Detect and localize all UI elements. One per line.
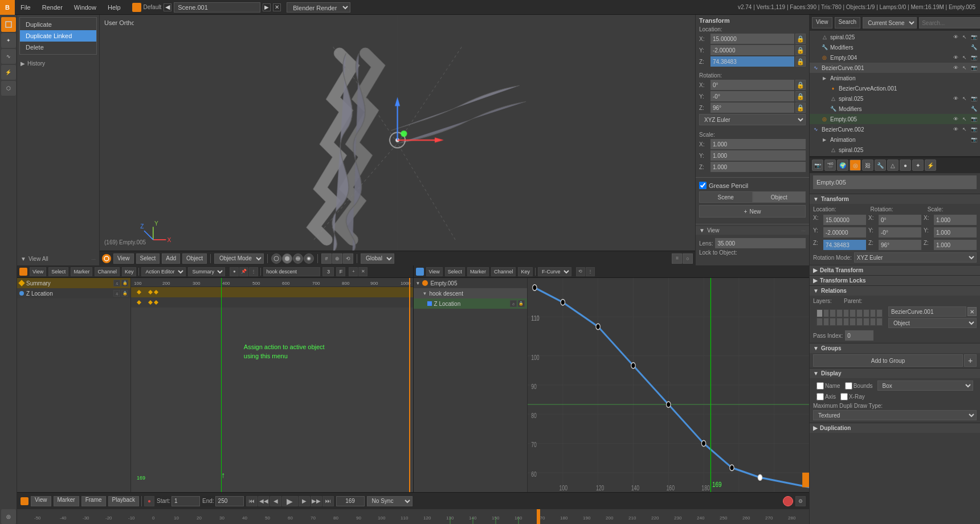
- tc-cursor-bezier002[interactable]: ↖: [961, 125, 969, 133]
- tl-jump-start-btn[interactable]: ⏮: [246, 496, 258, 506]
- loc-z-lock-btn[interactable]: 🔒: [795, 56, 806, 67]
- fcurve-marker-btn[interactable]: Marker: [467, 267, 489, 276]
- tl-settings-btn[interactable]: ⚙: [795, 496, 806, 506]
- layer-20[interactable]: [876, 318, 883, 326]
- prop-icon-object[interactable]: ◎: [850, 159, 861, 171]
- layer-16[interactable]: [850, 318, 856, 326]
- view-all[interactable]: ▼ View All ···: [17, 252, 99, 265]
- prop-icon-world[interactable]: 🌍: [837, 159, 848, 171]
- fcurve-graph-area[interactable]: 100 120 140 160 180 110 100 90 80 70: [528, 278, 810, 492]
- prop-icon-physics[interactable]: ⚡: [925, 159, 936, 171]
- vt-view-btn[interactable]: View: [113, 253, 134, 264]
- fcurve-select-btn[interactable]: Select: [445, 267, 465, 276]
- tc-eye-bezier002[interactable]: 👁: [952, 125, 959, 133]
- rp-loc-z-input[interactable]: [823, 240, 866, 250]
- dope-marker-btn[interactable]: Marker: [71, 267, 92, 276]
- vt-manip-btn[interactable]: ⟲: [343, 253, 353, 264]
- prop-icon-modifiers[interactable]: 🔧: [875, 159, 886, 171]
- tree-cursor-bezier001[interactable]: ↖: [961, 64, 969, 72]
- tc-render-bezier002[interactable]: 📷: [970, 125, 978, 133]
- scene-btn[interactable]: Scene: [699, 191, 753, 203]
- vt-axis-btn[interactable]: ⊕: [332, 253, 342, 264]
- prop-icon-particles[interactable]: ✦: [912, 159, 924, 171]
- summary-mute-btn[interactable]: ♫: [113, 280, 120, 286]
- axis-check-input[interactable]: [816, 393, 824, 400]
- layer-1[interactable]: [816, 309, 823, 317]
- rp-sc-y-input[interactable]: [934, 227, 977, 238]
- vt-mode-select[interactable]: Object Mode: [214, 253, 264, 264]
- layer-6[interactable]: [850, 309, 856, 317]
- tc-eye-spiral025-2[interactable]: 👁: [952, 95, 959, 103]
- tl-prev-key-btn[interactable]: ◀: [270, 496, 281, 506]
- parent-type-select[interactable]: Object: [888, 318, 977, 328]
- tc-cursor-spiral025-2[interactable]: ↖: [961, 95, 969, 103]
- tree-render-bezier001[interactable]: 📷: [970, 64, 978, 72]
- loc-x-lock-btn[interactable]: 🔒: [795, 34, 806, 44]
- tl-sync-select[interactable]: No Sync: [367, 496, 413, 506]
- fcurve-zloc-mute-btn[interactable]: ♫: [510, 300, 517, 307]
- bounds-check-input[interactable]: [845, 382, 852, 390]
- tc-wrench2[interactable]: 🔧: [970, 105, 978, 113]
- vt-add-btn[interactable]: Add: [162, 253, 180, 264]
- rp-display-title[interactable]: ▼ Display: [810, 368, 980, 378]
- tree-render-icon-1[interactable]: 📷: [970, 33, 978, 41]
- layer-14[interactable]: [836, 318, 843, 326]
- tl-rec-btn[interactable]: ●: [144, 496, 154, 506]
- view-section-title[interactable]: ▼ View ···: [696, 226, 809, 235]
- tree-item-bezieraction001[interactable]: ♦ BezierCurveAction.001: [810, 83, 980, 93]
- fcurve-editor-select[interactable]: F-Curve: [538, 267, 571, 276]
- scene-next-btn[interactable]: ▶: [263, 3, 271, 11]
- tl-next-key-btn[interactable]: ▶: [299, 496, 310, 506]
- tree-cursor-icon-e004[interactable]: ↖: [961, 54, 969, 62]
- tc-render-empty005[interactable]: 📷: [970, 115, 978, 123]
- vt-grid-btn[interactable]: #: [321, 253, 332, 264]
- layer-5[interactable]: [843, 309, 850, 317]
- rp-locks-title[interactable]: ▶ Transform Locks: [810, 275, 980, 285]
- tree-eye-bezier001[interactable]: 👁: [952, 64, 959, 72]
- vt-pivot-select[interactable]: Global: [361, 253, 394, 264]
- prop-icon-render[interactable]: 📷: [812, 159, 823, 171]
- rp-relations-title[interactable]: ▼ Relations: [810, 285, 980, 296]
- tl-play-btn[interactable]: ▶: [282, 496, 298, 506]
- vt-texture-btn[interactable]: [293, 253, 303, 264]
- lens-input[interactable]: [715, 238, 806, 248]
- rot-y-lock-btn[interactable]: 🔒: [795, 91, 806, 101]
- tree-item-bezier002[interactable]: ∿ BezierCurve.002 👁 ↖ 📷: [810, 124, 980, 134]
- dope-key-btn[interactable]: Key: [122, 267, 137, 276]
- name-check-input[interactable]: [816, 382, 824, 390]
- rp-scene-select[interactable]: Current Scene: [863, 17, 917, 28]
- layer-8[interactable]: [863, 309, 869, 317]
- sidebar-icon-bottom[interactable]: ◎: [1, 509, 16, 524]
- bounds-type-select[interactable]: Box: [877, 380, 973, 391]
- dope-frame-num-input[interactable]: [322, 267, 334, 276]
- layer-13[interactable]: [830, 318, 836, 326]
- sc-y-input[interactable]: [710, 150, 806, 161]
- tl-prev-frame-btn[interactable]: ◀◀: [258, 496, 270, 506]
- vt-solid-btn[interactable]: [282, 253, 292, 264]
- layer-9[interactable]: [870, 309, 876, 317]
- rp-rot-y-input[interactable]: [879, 227, 921, 238]
- rot-z-lock-btn[interactable]: 🔒: [795, 103, 806, 113]
- tc-eye-empty005[interactable]: 👁: [952, 115, 959, 123]
- menu-help[interactable]: Help: [102, 0, 126, 14]
- summary-lock-btn[interactable]: 🔒: [121, 280, 128, 286]
- scene-prev-btn[interactable]: ◀: [164, 3, 172, 11]
- zloc-mute-btn[interactable]: ♫: [113, 290, 120, 297]
- scene-name-input[interactable]: [174, 2, 260, 13]
- vt-snap-btn[interactable]: ⌗: [672, 253, 682, 264]
- fcurve-icon-btn1[interactable]: ⟲: [576, 267, 585, 276]
- prop-icon-material[interactable]: ●: [900, 159, 911, 171]
- rp-loc-y-input[interactable]: [823, 227, 866, 238]
- vt-wireframe-btn[interactable]: [271, 253, 281, 264]
- rp-view-btn[interactable]: View: [812, 17, 832, 28]
- dope-summary-select[interactable]: Summary: [188, 267, 225, 276]
- menu-window[interactable]: Window: [68, 0, 102, 14]
- tree-item-spiral025-3[interactable]: △ spiral.025: [810, 145, 980, 155]
- vt-object-btn[interactable]: Object: [182, 253, 207, 264]
- rot-x-input[interactable]: [710, 80, 794, 90]
- rp-loc-x-input[interactable]: [823, 215, 866, 225]
- menu-render[interactable]: Render: [36, 0, 68, 14]
- loc-z-input[interactable]: [710, 56, 794, 67]
- tl-end-input[interactable]: [215, 496, 244, 506]
- layer-15[interactable]: [843, 318, 850, 326]
